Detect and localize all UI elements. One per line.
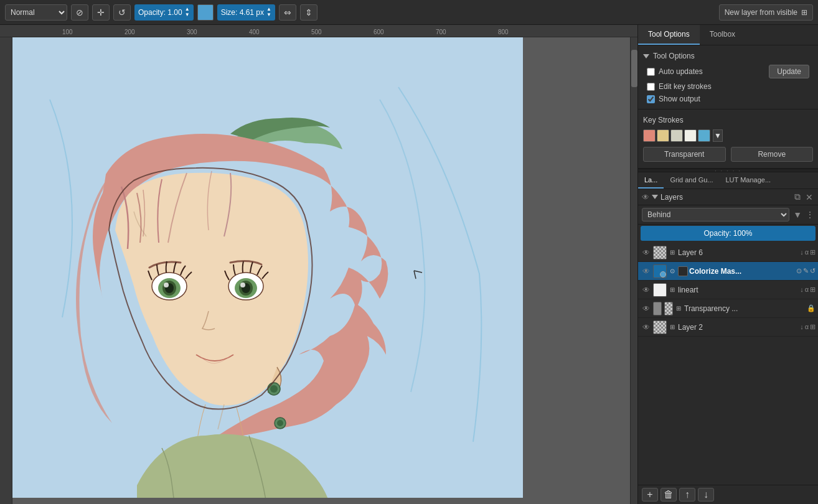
vertical-scrollbar[interactable] xyxy=(630,37,637,504)
opacity-label: Opacity: 1.00 xyxy=(138,8,182,17)
tab-lut-manager[interactable]: LUT Manage... xyxy=(720,172,778,189)
size-up-icon[interactable]: ▲ xyxy=(266,7,271,12)
layers-controls: ⧉ ✕ xyxy=(793,192,814,202)
tab-tool-options[interactable]: Tool Options xyxy=(638,25,700,45)
tab-grid-guides[interactable]: Grid and Gu... xyxy=(664,172,719,189)
svg-line-14 xyxy=(414,271,422,273)
swatch-4[interactable] xyxy=(698,129,710,142)
tool-options-section: Tool Options Auto updates Update Edit ke… xyxy=(638,45,818,110)
ruler-horizontal: 100 200 300 400 500 600 700 800 xyxy=(0,25,637,37)
flip-v-icon: ⇕ xyxy=(305,7,313,17)
layer-refresh-icon: ↺ xyxy=(810,267,816,275)
flip-v-btn[interactable]: ⇕ xyxy=(300,4,317,21)
ruler-vertical xyxy=(0,37,12,504)
layer-thumbnail xyxy=(653,320,667,334)
layers-collapse-icon[interactable] xyxy=(652,195,658,199)
tool-options-title: Tool Options xyxy=(653,52,695,60)
layer-name: lineart xyxy=(678,286,799,294)
layer-item[interactable]: 👁 ⊞ Layer 6 ↓ α ⊞ xyxy=(638,243,818,262)
layer-visibility-toggle[interactable]: 👁 xyxy=(641,247,652,258)
remove-button[interactable]: Remove xyxy=(731,147,814,162)
layer-blend-mode-select[interactable]: Behind Normal Multiply xyxy=(642,208,789,222)
tab-layers[interactable]: La... xyxy=(638,172,664,189)
layers-mode-row: Behind Normal Multiply ▼ ⋮ xyxy=(638,205,818,225)
drawing-canvas[interactable] xyxy=(12,37,523,498)
ruler-mark-500: 500 xyxy=(311,29,322,35)
auto-updates-checkbox[interactable] xyxy=(647,68,655,76)
delete-layer-btn[interactable]: 🗑 xyxy=(661,488,677,502)
arrow-down-icon: ↓ xyxy=(703,489,708,500)
layer-visibility-toggle[interactable]: 👁 xyxy=(641,284,652,296)
transparent-button[interactable]: Transparent xyxy=(643,147,726,162)
key-strokes-label: Key Strokes xyxy=(643,113,813,127)
layers-duplicate-btn[interactable]: ⧉ xyxy=(793,192,802,202)
size-control[interactable]: Size: 4.61 px ▲ ▼ xyxy=(217,4,275,21)
layer-group-icon: ⊞ xyxy=(668,248,677,257)
layer-item[interactable]: 👁 ⊞ Layer 2 ↓ α ⊞ xyxy=(638,318,818,337)
ruler-mark-300: 300 xyxy=(187,29,197,35)
opacity-control[interactable]: Opacity: 1.00 ▲ ▼ xyxy=(134,4,194,21)
show-output-row: Show output xyxy=(643,93,813,105)
layer-circle-icon: ⊙ xyxy=(796,267,802,275)
tool-options-header: Tool Options xyxy=(643,49,813,63)
refresh-btn[interactable]: ↺ xyxy=(113,4,131,21)
ruler-mark-800: 800 xyxy=(498,29,509,35)
new-layer-label: New layer from visible xyxy=(725,8,797,17)
layer-visibility-toggle[interactable]: 👁 xyxy=(641,322,652,333)
layer-visibility-toggle[interactable]: 👁 xyxy=(641,303,652,314)
layer-filter-icon: ▼ xyxy=(793,210,802,220)
foreground-color-swatch[interactable] xyxy=(197,4,214,21)
flip-h-btn[interactable]: ⇔ xyxy=(279,4,296,21)
edit-key-strokes-checkbox[interactable] xyxy=(647,83,655,91)
layer-options-icon: ⋮ xyxy=(806,210,814,220)
layer-grid-icon: ⊞ xyxy=(810,248,816,256)
tool-options-collapse-icon[interactable] xyxy=(643,54,649,58)
layer-grid-icon: ⊞ xyxy=(810,286,816,294)
layer-item[interactable]: 👁 ⊞ Transparency ... 🔒 xyxy=(638,299,818,318)
layer-opacity-bar[interactable]: Opacity: 100% xyxy=(641,226,816,241)
scrollbar-thumb[interactable] xyxy=(631,50,637,87)
canvas-scroll[interactable] xyxy=(12,37,630,504)
layer-thumbnail xyxy=(653,246,667,259)
canvas-svg xyxy=(12,37,523,498)
ruler-mark-200: 200 xyxy=(125,29,135,35)
layer-grid-icon: ⊞ xyxy=(810,323,816,331)
swatch-0[interactable] xyxy=(643,129,656,142)
layer-name: Transparency ... xyxy=(684,304,806,313)
flip-h-icon: ⇔ xyxy=(284,7,291,17)
layer-alpha-icon: α xyxy=(805,323,809,331)
layer-visibility-toggle[interactable]: 👁 xyxy=(641,266,652,277)
canvas-area: 100 200 300 400 500 600 700 800 xyxy=(0,25,637,504)
layer-group-icon: ⊞ xyxy=(674,304,683,313)
swatch-1[interactable] xyxy=(657,129,669,142)
layer-thumbnail xyxy=(653,283,667,297)
layer-thumbnail xyxy=(653,264,667,278)
layer-up-btn[interactable]: ↑ xyxy=(679,488,695,502)
arrow-up-icon: ↑ xyxy=(685,489,690,500)
show-output-checkbox[interactable] xyxy=(647,95,655,103)
svg-line-15 xyxy=(414,271,416,279)
layer-item[interactable]: 👁 ⊙ Colorize Mas... ⊙ ✎ ↺ xyxy=(638,262,818,281)
swatch-2[interactable] xyxy=(670,129,683,142)
key-strokes-buttons: Transparent Remove xyxy=(643,144,813,164)
layer-opacity-label: Opacity: 100% xyxy=(703,229,752,238)
move-tool-btn[interactable]: ✛ xyxy=(92,4,110,21)
top-panel-tabs: Tool Options Toolbox xyxy=(638,25,818,45)
blend-mode-select[interactable]: Normal Behind Multiply xyxy=(5,4,67,21)
swatch-dropdown[interactable]: ▼ xyxy=(713,129,723,142)
opacity-down-icon[interactable]: ▼ xyxy=(185,12,190,17)
size-down-icon[interactable]: ▼ xyxy=(266,12,271,17)
reset-tool-btn[interactable]: ⊘ xyxy=(71,4,88,21)
update-button[interactable]: Update xyxy=(769,65,809,78)
layer-alpha-icon: α xyxy=(805,286,809,294)
new-layer-from-visible-btn[interactable]: New layer from visible ⊞ xyxy=(719,4,813,21)
canvas-background xyxy=(12,37,630,504)
tab-toolbox[interactable]: Toolbox xyxy=(700,25,745,45)
layers-close-btn[interactable]: ✕ xyxy=(804,192,814,202)
layer-item[interactable]: 👁 ⊞ lineart ↓ α ⊞ xyxy=(638,281,818,299)
opacity-up-icon[interactable]: ▲ xyxy=(185,7,190,12)
swatch-3[interactable] xyxy=(684,129,697,142)
layer-pen-icon: ✎ xyxy=(803,267,809,275)
layer-down-btn[interactable]: ↓ xyxy=(698,488,714,502)
add-layer-btn[interactable]: + xyxy=(642,488,658,502)
